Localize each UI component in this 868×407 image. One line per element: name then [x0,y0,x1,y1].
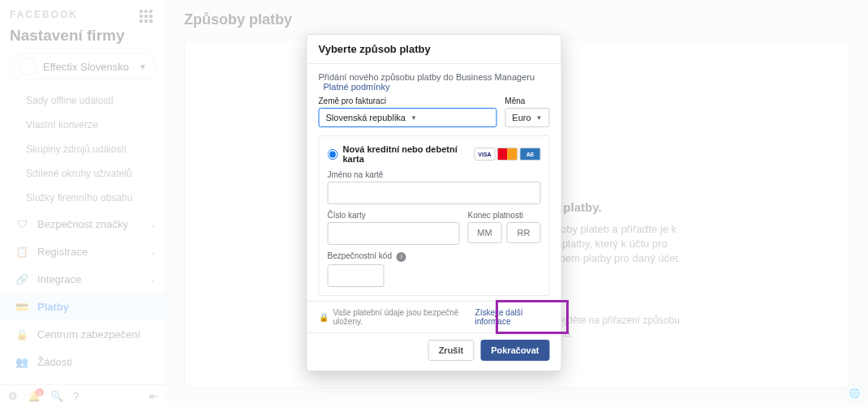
card-logos: VISA AE [475,148,541,161]
continue-button[interactable]: Pokračovat [480,340,549,361]
payment-method-modal: Vyberte způsob platby Přidání nového způ… [307,34,562,371]
modal-body: Přidání nového způsobu platby do Busines… [307,64,561,301]
amex-logo: AE [520,148,541,161]
terms-link[interactable]: Platné podmínky [324,82,390,92]
card-radio-row[interactable]: Nová kreditní nebo debetní karta VISA AE [328,144,541,164]
info-icon[interactable]: i [397,252,406,262]
secure-row: 🔒 Vaše platební údaje jsou bezpečně ulož… [307,301,561,332]
modal-title: Vyberte způsob platby [307,35,561,64]
expiry-year-input[interactable] [507,222,541,243]
card-number-label: Číslo karty [328,211,460,220]
modal-footer: Zrušit Pokračovat [307,332,561,371]
card-option-box: Nová kreditní nebo debetní karta VISA AE… [319,135,550,296]
country-dropdown[interactable]: Slovenská republika ▼ [319,108,497,127]
card-number-input[interactable] [328,222,460,245]
expiry-month-input[interactable] [468,222,502,243]
chevron-down-icon: ▼ [410,114,417,122]
modal-info-row: Přidání nového způsobu platby do Busines… [319,72,550,92]
country-label: Země pro fakturaci [319,96,497,105]
currency-dropdown[interactable]: Euro ▼ [505,108,549,127]
cardholder-name-label: Jméno na kartě [328,170,541,179]
learn-more-link[interactable]: Získejte další informace [475,308,550,326]
cancel-button[interactable]: Zrušit [428,340,475,361]
cvv-input[interactable] [328,264,385,287]
card-radio[interactable] [328,149,338,160]
mastercard-logo [497,148,518,161]
cardholder-name-input[interactable] [328,182,541,204]
currency-label: Měna [505,96,549,105]
chevron-down-icon: ▼ [536,114,543,122]
visa-logo: VISA [475,148,496,161]
expiry-label: Konec platnosti [468,211,541,220]
lock-icon: 🔒 [319,313,329,322]
cvv-label: Bezpečnostní kód i [328,251,541,262]
